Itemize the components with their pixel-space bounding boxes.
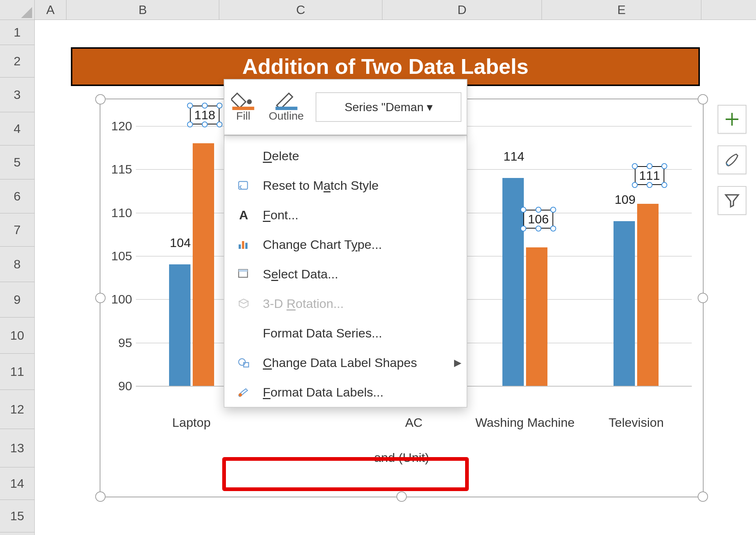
column-header-E[interactable]: E	[542, 0, 701, 20]
svg-rect-3	[239, 182, 248, 189]
data-label: 114	[504, 149, 525, 164]
select-data-icon	[234, 267, 253, 281]
chart-styles-button[interactable]	[718, 145, 746, 174]
row-label: 11	[10, 364, 24, 379]
y-tick: 110	[104, 205, 132, 220]
data-label-selected[interactable]: 111	[635, 166, 664, 185]
context-menu: Delete Reset to Match Style A Font... Ch…	[224, 135, 467, 408]
menu-format-data-labels[interactable]: Format Data Labels...	[224, 377, 467, 407]
row-header-11[interactable]: 11	[0, 354, 34, 390]
menu-font[interactable]: A Font...	[224, 200, 467, 230]
svg-rect-4	[239, 244, 241, 249]
plus-icon	[724, 111, 740, 128]
category-label: Television	[581, 415, 692, 430]
row-header-15[interactable]: 15	[0, 500, 34, 532]
chart-filters-button[interactable]	[718, 186, 746, 215]
bar-series1[interactable]	[614, 221, 635, 386]
y-tick: 95	[104, 335, 132, 350]
format-icon	[234, 385, 253, 399]
chart-icon	[234, 238, 253, 251]
funnel-icon	[724, 192, 740, 209]
menu-change-data-label-shapes[interactable]: Change Data Label Shapes ▶	[224, 348, 467, 377]
font-icon: A	[234, 208, 253, 222]
row-header-5[interactable]: 5	[0, 145, 34, 179]
col-label: B	[138, 3, 147, 17]
menu-3d-rotation: 3-D Rotation...	[224, 289, 467, 318]
row-headers: 1 2 3 4 5 6 7 8 9 10 11 12 13 14 15	[0, 20, 35, 535]
row-label: 6	[14, 189, 21, 203]
fill-icon	[231, 91, 255, 110]
chevron-down-icon: ▾	[427, 100, 433, 114]
svg-point-9	[239, 359, 245, 366]
row-header-9[interactable]: 9	[0, 282, 34, 318]
fill-button[interactable]: Fill	[224, 80, 262, 134]
row-header-3[interactable]: 3	[0, 78, 34, 112]
svg-point-11	[239, 393, 242, 397]
outline-icon	[274, 91, 299, 110]
column-header-C[interactable]: C	[219, 0, 382, 20]
category-label: Laptop	[136, 415, 247, 430]
chart-elements-button[interactable]	[718, 105, 746, 134]
row-header-8[interactable]: 8	[0, 247, 34, 282]
reset-icon	[234, 179, 253, 192]
svg-rect-8	[239, 270, 248, 272]
category-label: AC	[358, 415, 469, 430]
col-label: E	[617, 3, 626, 17]
bar-series2[interactable]	[526, 247, 547, 386]
y-tick: 90	[104, 379, 132, 393]
row-label: 15	[10, 509, 24, 523]
bar-group: 114 106	[470, 126, 581, 386]
category-label: Washing Machine	[470, 415, 581, 430]
row-header-13[interactable]: 13	[0, 429, 34, 467]
outline-button[interactable]: Outline	[262, 80, 310, 134]
svg-rect-5	[242, 241, 244, 249]
row-header-6[interactable]: 6	[0, 179, 34, 213]
row-label: 5	[14, 155, 21, 169]
y-tick: 120	[104, 119, 132, 133]
row-header-10[interactable]: 10	[0, 318, 34, 354]
row-label: 9	[14, 292, 21, 307]
cube-icon	[234, 297, 253, 310]
menu-format-data-series[interactable]: Format Data Series...	[224, 318, 467, 348]
menu-delete[interactable]: Delete	[224, 141, 467, 171]
bar-series2[interactable]	[193, 143, 214, 386]
data-label-selected[interactable]: 106	[523, 210, 553, 229]
row-label: 4	[14, 121, 21, 136]
menu-change-chart-type[interactable]: Change Chart Type...	[224, 230, 467, 259]
row-label: 13	[10, 441, 24, 455]
worksheet-area: A B C D E 1 2 3 4 5 6 7 8 9 10 11 12 13 …	[0, 0, 756, 535]
menu-reset-match-style[interactable]: Reset to Match Style	[224, 171, 467, 200]
row-header-14[interactable]: 14	[0, 467, 34, 500]
bar-group: 109 111	[581, 126, 692, 386]
series-display: Series "Deman	[344, 100, 423, 114]
y-tick: 115	[104, 162, 132, 176]
mini-toolbar: Fill Outline Series "Deman ▾	[224, 79, 467, 135]
row-label: 7	[14, 223, 21, 237]
category-label	[247, 415, 358, 430]
submenu-arrow-icon: ▶	[454, 357, 461, 368]
column-header-A[interactable]: A	[35, 0, 66, 20]
menu-select-data[interactable]: Select Data...	[224, 259, 467, 289]
data-label: 104	[170, 236, 191, 250]
row-header-1[interactable]: 1	[0, 20, 34, 45]
row-header-7[interactable]: 7	[0, 213, 34, 247]
row-label: 2	[14, 54, 21, 68]
column-header-B[interactable]: B	[66, 0, 219, 20]
column-header-D[interactable]: D	[382, 0, 542, 20]
bar-series2[interactable]	[637, 204, 659, 386]
data-label-selected[interactable]: 118	[190, 106, 220, 124]
series-selector[interactable]: Series "Deman ▾	[316, 92, 461, 122]
select-all-corner[interactable]	[0, 0, 35, 20]
row-header-12[interactable]: 12	[0, 390, 34, 429]
cells-area[interactable]: Addition of Two Data Labels 120 115 110 …	[35, 20, 756, 535]
data-label: 109	[615, 192, 636, 207]
y-tick: 100	[104, 292, 132, 306]
bar-series1[interactable]	[169, 264, 190, 386]
column-headers: A B C D E	[35, 0, 756, 20]
row-label: 8	[14, 257, 21, 271]
x-axis-label: and (Unit)	[100, 450, 703, 465]
col-label: C	[296, 3, 305, 17]
row-header-2[interactable]: 2	[0, 45, 34, 78]
row-header-4[interactable]: 4	[0, 112, 34, 145]
outline-label: Outline	[269, 110, 304, 122]
